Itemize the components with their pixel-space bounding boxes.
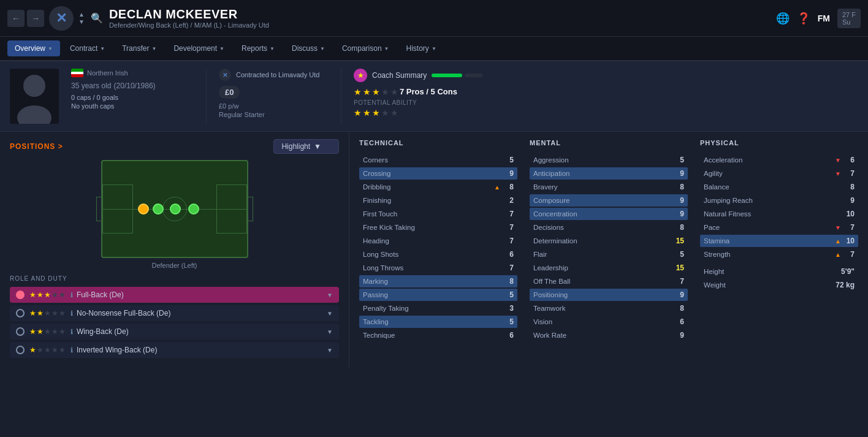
attr-value: 3 (503, 304, 514, 313)
attr-row: Determination15 (530, 235, 688, 247)
attr-value: 6 (503, 331, 514, 340)
coach-bar (432, 74, 483, 77)
coach-summary: ★ Coach Summary ★ ★ ★ ★ ★ 7 Pros / 5 Con… (341, 69, 858, 124)
role-item-0[interactable]: ★ ★ ★ ★ ★ ℹ Full-Back (De) ▼ (10, 287, 339, 303)
tab-transfer[interactable]: Transfer ▼ (115, 40, 164, 56)
left-panel: POSITIONS > Highlight ▼ (0, 132, 349, 368)
coach-star-badge: ★ (354, 69, 367, 82)
attr-value: 7 (503, 223, 514, 232)
role-duty-section: ROLE AND DUTY ★ ★ ★ ★ ★ ℹ Full-Back (De)… (10, 275, 339, 360)
help-icon[interactable]: ❓ (797, 12, 810, 25)
attr-name: Marking (363, 278, 503, 285)
attr-name: Concentration (533, 210, 673, 218)
player-caps: 0 caps / 0 goals (71, 94, 194, 101)
chevron-down-icon: ▼ (270, 46, 275, 51)
tab-reports[interactable]: Reports ▼ (234, 40, 282, 56)
chevron-down-icon: ▼ (219, 46, 224, 51)
attr-value: 9 (673, 196, 684, 205)
attr-value: 8 (503, 277, 514, 286)
position-dot-1 (138, 203, 149, 215)
wage-per-week: £0 p/w (219, 102, 329, 110)
attr-value: 7 (843, 223, 855, 232)
tab-overview[interactable]: Overview ▼ (7, 40, 60, 56)
physical-extra-name: Height (704, 268, 841, 275)
pros-cons: 7 Pros / 5 Cons (400, 87, 457, 97)
role-stars-0: ★ ★ ★ ★ ★ (29, 291, 66, 299)
pot-star-1: ★ (354, 108, 362, 118)
highlight-dropdown[interactable]: Highlight ▼ (273, 139, 339, 154)
positions-header: POSITIONS > Highlight ▼ (10, 139, 339, 154)
chevron-down-icon: ▼ (151, 46, 156, 51)
attr-name: Natural Fitness (704, 210, 843, 218)
attr-row: Work Rate9 (530, 329, 688, 341)
attr-row: Composure9 (530, 194, 688, 207)
arrow-down-icon: ▼ (835, 224, 841, 231)
info-icon-3: ℹ (70, 346, 73, 354)
date-badge: 27 F Su (837, 9, 861, 28)
info-icon-1: ℹ (70, 310, 73, 317)
role-item-3[interactable]: ★ ★ ★ ★ ★ ℹ Inverted Wing-Back (De) ▼ (10, 342, 339, 358)
attr-name: Crossing (363, 170, 503, 177)
wage-badge: £0 (219, 86, 240, 99)
position-dot-2 (153, 203, 164, 215)
logo-down-arrow[interactable]: ▼ (78, 19, 85, 25)
role-radio-0 (16, 291, 25, 299)
positions-label[interactable]: POSITIONS > (10, 142, 63, 151)
attr-row: Crossing9 (359, 167, 517, 180)
attr-value: 7 (843, 250, 855, 259)
attr-value: 8 (673, 223, 684, 232)
attr-row: Heading7 (359, 235, 517, 247)
arrow-down-icon: ▼ (835, 157, 841, 164)
attr-name: First Touch (363, 210, 503, 218)
attr-value: 9 (843, 196, 855, 205)
chevron-down-icon: ▼ (100, 46, 105, 51)
physical-attrs: Acceleration▼6Agility▼7Balance8Jumping R… (700, 154, 858, 260)
role-item-1[interactable]: ★ ★ ★ ★ ★ ℹ No-Nonsense Full-Back (De) ▼ (10, 305, 339, 321)
player-header-info: DECLAN MCKEEVER Defender/Wing Back (Left… (109, 7, 776, 29)
coach-bar-empty (465, 74, 483, 77)
attr-value: 7 (843, 169, 855, 178)
physical-extra-value: 5'9" (841, 267, 855, 276)
attr-value: 8 (503, 183, 514, 191)
player-details: Northern Irish 35 years old (20/10/1986)… (71, 69, 194, 124)
pitch-label: Defender (Left) (101, 262, 248, 269)
pitch-penalty-right (216, 184, 247, 234)
role-item-2[interactable]: ★ ★ ★ ★ ★ ℹ Wing-Back (De) ▼ (10, 324, 339, 340)
logo-up-arrow[interactable]: ▲ (78, 12, 85, 18)
tab-history[interactable]: History ▼ (399, 40, 444, 56)
player-youth-caps: No youth caps (71, 102, 194, 110)
tab-discuss[interactable]: Discuss ▼ (284, 40, 332, 56)
role-radio-1 (16, 309, 25, 317)
logo-nav-arrows[interactable]: ▲ ▼ (78, 12, 85, 25)
attr-name: Determination (533, 237, 673, 245)
forward-button[interactable]: → (27, 10, 44, 27)
player-info-section: Northern Irish 35 years old (20/10/1986)… (0, 61, 868, 132)
attr-name: Stamina (704, 237, 835, 245)
tab-contract[interactable]: Contract ▼ (63, 40, 112, 56)
avatar (10, 69, 59, 124)
network-icon[interactable]: 🌐 (776, 12, 790, 25)
back-button[interactable]: ← (7, 10, 25, 27)
svg-point-1 (23, 75, 45, 97)
attr-name: Tackling (363, 318, 503, 325)
search-icon[interactable]: 🔍 (91, 12, 103, 24)
attr-row: Concentration9 (530, 208, 688, 220)
attr-value: 9 (673, 331, 684, 340)
attr-row: Teamwork8 (530, 302, 688, 314)
attr-value: 9 (503, 169, 514, 178)
chevron-down-icon: ▼ (327, 292, 333, 298)
role-stars-3: ★ ★ ★ ★ ★ (29, 346, 66, 354)
navigation-arrows: ← → (7, 10, 44, 27)
pitch-diagram (101, 160, 248, 258)
tab-comparison[interactable]: Comparison ▼ (335, 40, 397, 56)
pitch-goal-left (96, 197, 102, 221)
technical-label: TECHNICAL (359, 139, 517, 149)
role-duty-label: ROLE AND DUTY (10, 275, 339, 282)
attr-name: Bravery (533, 183, 673, 191)
chevron-down-icon: ▼ (320, 46, 325, 51)
attr-value: 10 (843, 237, 855, 245)
pot-star-3: ★ (372, 108, 380, 118)
tab-development[interactable]: Development ▼ (166, 40, 232, 56)
attr-value: 8 (673, 304, 684, 313)
attr-value: 8 (673, 183, 684, 191)
